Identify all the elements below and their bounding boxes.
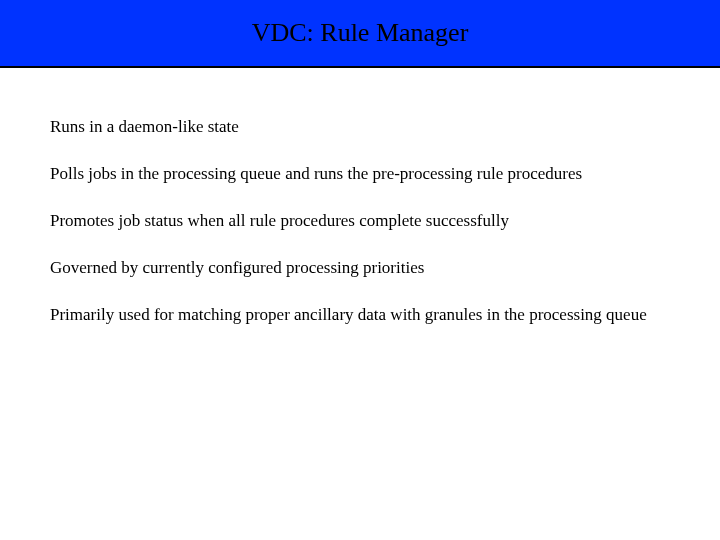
content-area: Runs in a daemon-like state Polls jobs i… (0, 68, 720, 327)
bullet-item: Promotes job status when all rule proced… (50, 210, 670, 233)
bullet-item: Polls jobs in the processing queue and r… (50, 163, 670, 186)
bullet-item: Runs in a daemon-like state (50, 116, 670, 139)
bullet-item: Primarily used for matching proper ancil… (50, 304, 670, 327)
bullet-item: Governed by currently configured process… (50, 257, 670, 280)
slide: VDC: Rule Manager Runs in a daemon-like … (0, 0, 720, 540)
slide-title: VDC: Rule Manager (252, 18, 469, 48)
title-bar: VDC: Rule Manager (0, 0, 720, 68)
